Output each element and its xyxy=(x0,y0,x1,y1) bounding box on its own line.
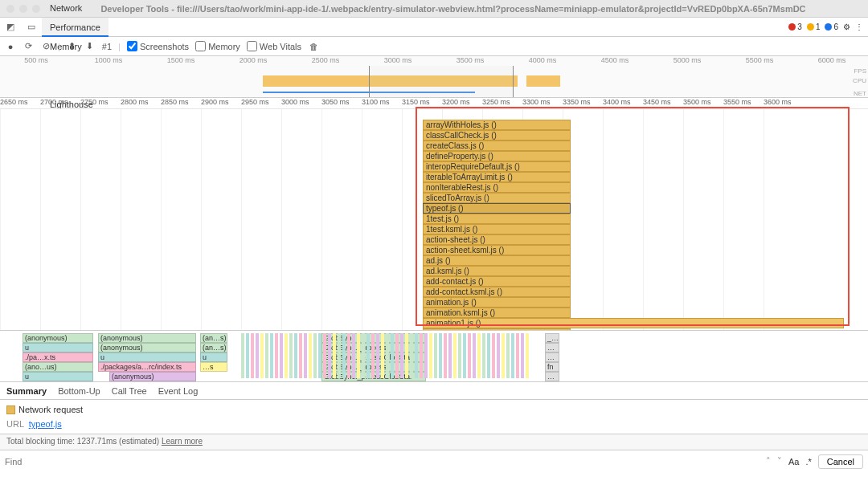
flame-row[interactable]: 1test.js () xyxy=(423,214,571,224)
stack-row[interactable]: u xyxy=(98,352,196,362)
perf-toolbar: ● ⟳ ⊘ | ⬆ ⬇ #1 | Screenshots Memory Web … xyxy=(0,37,868,56)
network-request-header: Network request xyxy=(6,405,862,414)
webvitals-checkbox[interactable]: Web Vitals xyxy=(247,41,301,51)
stack-row[interactable]: u xyxy=(200,352,227,362)
stack-row[interactable]: u xyxy=(23,343,93,352)
flame-row[interactable]: ad.js () xyxy=(423,255,571,266)
max-traffic-light[interactable] xyxy=(32,5,40,13)
memory-checkbox[interactable]: Memory xyxy=(195,41,240,51)
subtab-bottom-up[interactable]: Bottom-Up xyxy=(58,386,100,396)
match-case-toggle[interactable]: Aa xyxy=(788,457,799,467)
kebab-icon[interactable]: ⋮ xyxy=(855,22,863,31)
subtab-call-tree[interactable]: Call Tree xyxy=(112,386,147,396)
flame-row[interactable]: action-sheet.ksml.js () xyxy=(423,245,571,255)
find-input[interactable] xyxy=(5,457,760,467)
stack-row[interactable]: (anonymous) xyxy=(109,372,196,381)
flame-row[interactable]: animation1.js () xyxy=(423,318,844,328)
run-selector[interactable]: #1 xyxy=(102,42,112,51)
flame-row[interactable]: classCallCheck.js () xyxy=(423,130,571,141)
flame-row[interactable]: 1test.ksml.js () xyxy=(423,224,571,234)
flame-row[interactable]: ad.ksml.js () xyxy=(423,266,571,276)
flame-row[interactable]: animation.js () xyxy=(423,297,571,308)
subtab-event-log[interactable]: Event Log xyxy=(158,386,199,396)
find-bar: ˄ ˅ Aa .* Cancel xyxy=(0,450,868,472)
stack-row[interactable]: (ano…us) xyxy=(23,362,93,372)
tab-performance[interactable]: Performance xyxy=(42,18,108,37)
fps-label: FPS xyxy=(854,67,866,75)
status-bar: Total blocking time: 1237.71ms (estimate… xyxy=(0,434,868,450)
flame-row[interactable]: createClass.js () xyxy=(423,141,571,151)
flame-row[interactable]: slicedToArray.js () xyxy=(423,193,571,203)
panel-tabs: ◩ ▭ ElementsConsoleSourcesNetworkPerform… xyxy=(0,18,868,37)
cancel-button[interactable]: Cancel xyxy=(818,454,863,469)
clear-icon[interactable]: ⊘ xyxy=(40,41,51,51)
url-link[interactable]: typeof.js xyxy=(29,419,62,429)
regex-toggle[interactable]: .* xyxy=(805,457,811,467)
titlebar: Developer Tools - file:///Users/tao/work… xyxy=(0,0,868,18)
flame-row[interactable]: iterableToArrayLimit.js () xyxy=(423,172,571,182)
stack-row[interactable]: fn xyxy=(545,362,559,372)
stack-row[interactable]: … xyxy=(545,343,559,352)
lower-flame[interactable]: (anonymous)(anonymous)(an…s)GlobSync_…u(… xyxy=(0,331,868,382)
subtab-summary[interactable]: Summary xyxy=(6,386,47,396)
stack-row[interactable]: … xyxy=(545,372,559,381)
stack-row[interactable]: _… xyxy=(545,333,559,343)
inspect-icon[interactable]: ◩ xyxy=(0,22,21,32)
flame-row[interactable]: defineProperty.js () xyxy=(423,151,571,161)
screenshots-checkbox[interactable]: Screenshots xyxy=(127,41,189,51)
window-title: Developer Tools - file:///Users/tao/work… xyxy=(45,4,862,14)
flame-row[interactable]: animation.ksml.js () xyxy=(423,308,571,318)
overview-pane[interactable]: 500 ms1000 ms1500 ms2000 ms2500 ms3000 m… xyxy=(0,56,868,98)
stack-row[interactable]: (anonymous) xyxy=(98,333,196,343)
flame-chart[interactable]: 2650 ms2700 ms2750 ms2800 ms2850 ms2900 … xyxy=(0,98,868,331)
record-icon[interactable]: ● xyxy=(5,42,16,51)
gear-icon[interactable]: ⚙ xyxy=(843,22,850,31)
detail-subtabs: SummaryBottom-UpCall TreeEvent Log xyxy=(0,382,868,400)
flame-row[interactable]: arrayWithHoles.js () xyxy=(423,120,571,130)
flame-row[interactable]: interopRequireDefault.js () xyxy=(423,161,571,172)
flame-row[interactable]: add-contact.ksml.js () xyxy=(423,287,571,297)
stack-row[interactable]: (anonymous) xyxy=(23,333,93,343)
badge-area: 3 1 6 ⚙ ⋮ xyxy=(788,22,868,31)
stack-row[interactable]: ./packages/a…rc/index.ts xyxy=(98,362,196,372)
stack-row[interactable]: u xyxy=(23,372,93,381)
learn-more-link[interactable]: Learn more xyxy=(162,437,203,446)
stack-row[interactable]: (an…s) xyxy=(200,343,227,352)
info-badge[interactable]: 6 xyxy=(825,22,838,31)
flame-row[interactable]: action-sheet.js () xyxy=(423,234,571,245)
load-icon[interactable]: ⬆ xyxy=(67,41,78,51)
errors-badge[interactable]: 3 xyxy=(788,22,802,31)
url-label: URL xyxy=(6,419,24,429)
flame-row[interactable]: typeof.js () xyxy=(423,203,571,214)
save-icon[interactable]: ⬇ xyxy=(84,41,96,51)
reload-icon[interactable]: ⟳ xyxy=(23,41,34,51)
stack-row[interactable]: (an…s) xyxy=(200,333,227,343)
prev-icon[interactable]: ˄ xyxy=(766,456,771,467)
min-traffic-light[interactable] xyxy=(19,5,27,13)
detail-pane: Network request URL typeof.js xyxy=(0,400,868,434)
flame-row[interactable]: add-contact.js () xyxy=(423,276,571,287)
stack-row[interactable]: …s xyxy=(200,362,227,372)
flame-row[interactable]: nonIterableRest.js () xyxy=(423,182,571,193)
close-traffic-light[interactable] xyxy=(6,5,14,13)
stack-row[interactable]: (anonymous) xyxy=(98,343,196,352)
tab-network[interactable]: Network xyxy=(42,0,108,18)
device-icon[interactable]: ▭ xyxy=(21,22,42,32)
net-label: NET xyxy=(854,90,866,97)
next-icon[interactable]: ˅ xyxy=(777,456,782,467)
trash-icon[interactable]: 🗑 xyxy=(308,42,319,51)
stack-row[interactable]: ./pa…x.ts xyxy=(23,352,93,362)
warnings-badge[interactable]: 1 xyxy=(807,22,821,31)
stack-row[interactable]: … xyxy=(545,352,559,362)
cpu-label: CPU xyxy=(853,77,866,84)
